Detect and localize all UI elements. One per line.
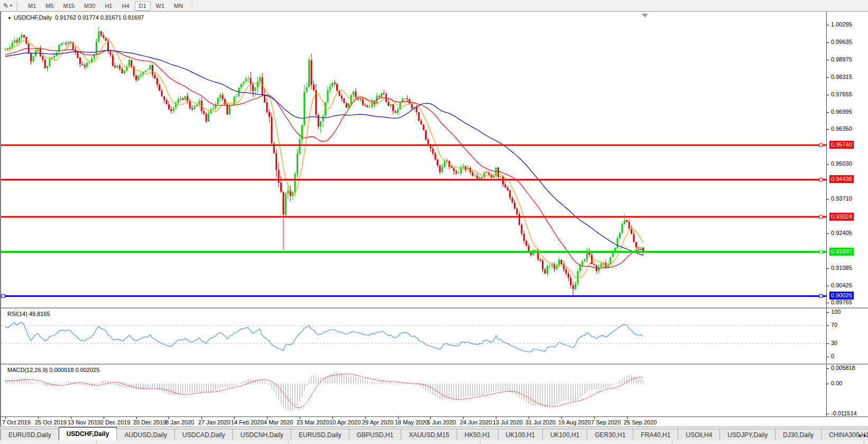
candle-body bbox=[601, 264, 602, 267]
pen-tool-dropdown-icon[interactable]: ▾ bbox=[10, 3, 12, 8]
candle-body bbox=[507, 188, 509, 191]
timeframe-button-mn[interactable]: MN bbox=[170, 1, 187, 11]
timeframe-button-m1[interactable]: M1 bbox=[24, 1, 40, 11]
candle-body bbox=[558, 260, 560, 265]
chart-tab-ger30-h1[interactable]: GER30,H1 bbox=[587, 429, 633, 441]
price-axis-tick: 0.96995 bbox=[831, 108, 852, 115]
candle-body bbox=[16, 40, 18, 42]
timeframe-button-h4[interactable]: H4 bbox=[117, 1, 133, 11]
date-axis-label: 24 Jun 2020 bbox=[460, 419, 492, 425]
chart-tab-hk50-h1[interactable]: HK50,H1 bbox=[457, 429, 498, 441]
chart-tab-gbpusd-h1[interactable]: GBPUSD,H1 bbox=[349, 429, 401, 441]
tabs-scroll-left-icon[interactable]: ◂ bbox=[858, 432, 861, 438]
price-axis[interactable]: 1.002950.996350.989750.983150.976550.969… bbox=[826, 12, 868, 307]
chart-tab-eurusd-daily[interactable]: EURUSD,Daily bbox=[291, 429, 349, 441]
candle-body bbox=[254, 87, 256, 90]
rsi-plot[interactable] bbox=[1, 309, 826, 364]
candle-body bbox=[213, 108, 214, 110]
chart-tab-uk100-h1[interactable]: UK100,H1 bbox=[498, 429, 543, 441]
timeframe-button-m5[interactable]: M5 bbox=[41, 1, 58, 11]
date-axis[interactable]: 7 Oct 201925 Oct 201913 Nov 20192 Dec 20… bbox=[1, 416, 868, 427]
candle-body bbox=[89, 62, 90, 63]
candle-body bbox=[269, 112, 270, 117]
rsi-panel[interactable]: RSI(14) 49.8165 10070300 bbox=[1, 307, 868, 364]
date-axis-label: 7 Oct 2019 bbox=[2, 419, 31, 425]
macd-plot[interactable] bbox=[1, 365, 826, 418]
candle-body bbox=[371, 102, 373, 107]
candle-body bbox=[423, 124, 424, 130]
tabs-scroll-right-icon[interactable]: ▸ bbox=[864, 432, 866, 438]
candle-body bbox=[86, 63, 88, 67]
chart-tab-eurusd-daily[interactable]: EURUSD,Daily bbox=[1, 429, 59, 441]
candle-body bbox=[145, 70, 146, 72]
hline-handle[interactable] bbox=[819, 178, 823, 181]
chart-tab-fra40-h1[interactable]: FRA40,H1 bbox=[633, 429, 678, 441]
candle-body bbox=[547, 266, 548, 274]
candle-body bbox=[612, 253, 614, 257]
price-axis-tick: 0.98975 bbox=[831, 56, 852, 62]
chart-tab-usdjpy-daily[interactable]: USDJPY,Daily bbox=[719, 429, 775, 441]
tabs-container: EURUSD,DailyUSDCHF,DailyAUDUSD,DailyUSDC… bbox=[1, 427, 868, 441]
candle-body bbox=[381, 93, 382, 97]
candle-body bbox=[122, 69, 123, 74]
hline-handle[interactable] bbox=[819, 250, 823, 253]
candle-body bbox=[152, 65, 153, 75]
candle-body bbox=[336, 84, 338, 91]
price-tick-mark bbox=[827, 268, 829, 269]
chart-tab-audusd-daily[interactable]: AUDUSD,Daily bbox=[116, 429, 175, 441]
candle-body bbox=[318, 115, 319, 127]
timeframe-button-m30[interactable]: M30 bbox=[80, 1, 99, 11]
candle-body bbox=[47, 66, 48, 69]
candle-body bbox=[617, 238, 618, 248]
rsi-line bbox=[5, 322, 643, 352]
candle-body bbox=[72, 43, 74, 50]
candle-body bbox=[166, 100, 168, 105]
candle-body bbox=[250, 78, 252, 85]
chart-tab-uk100-h1[interactable]: UK100,H1 bbox=[542, 429, 587, 441]
candle-body bbox=[203, 111, 205, 114]
chart-dropdown-icon[interactable]: ▼ bbox=[7, 16, 12, 21]
timeframe-button-m15[interactable]: M15 bbox=[59, 1, 79, 11]
chart-tab-usoil-h4[interactable]: USOil,H4 bbox=[678, 429, 720, 441]
chart-tab-usdcad-daily[interactable]: USDCAD,Daily bbox=[174, 429, 233, 441]
ohlc-close: 0.91697 bbox=[123, 14, 144, 21]
macd-panel[interactable]: MACD(12,26,9) 0.000918 0.002025 0.005818… bbox=[1, 364, 868, 418]
price-chart-panel[interactable]: ▼USDCHF,Daily 0.91762 0.91774 0.91671 0.… bbox=[1, 11, 868, 307]
timeframe-button-d1[interactable]: D1 bbox=[135, 1, 151, 11]
price-tick-mark bbox=[827, 42, 829, 43]
macd-tick-mark bbox=[827, 368, 829, 369]
chart-tab-xauusd-m15[interactable]: XAUUSD,M15 bbox=[401, 429, 457, 441]
candle-body bbox=[390, 104, 392, 106]
timeframe-button-h1[interactable]: H1 bbox=[100, 1, 116, 11]
candle-body bbox=[626, 220, 627, 222]
price-axis-tick: 0.96350 bbox=[831, 125, 852, 132]
candle-body bbox=[383, 93, 385, 94]
hline-handle[interactable] bbox=[819, 143, 823, 147]
hline-handle[interactable] bbox=[2, 294, 5, 297]
candle-body bbox=[206, 114, 207, 122]
candle-body bbox=[173, 107, 174, 111]
chart-tab-usdchf-daily[interactable]: USDCHF,Daily bbox=[59, 427, 117, 441]
date-axis-label: 2 Dec 2019 bbox=[100, 419, 130, 425]
chart-tab-usdcnh-daily[interactable]: USDCNH,Daily bbox=[233, 429, 291, 441]
pen-tool-icon[interactable]: ✎ bbox=[2, 2, 10, 10]
price-axis-tick: 0.95030 bbox=[831, 160, 852, 167]
price-axis-tick: 0.92405 bbox=[831, 230, 852, 236]
candle-body bbox=[486, 173, 487, 173]
candlestick-chart[interactable] bbox=[1, 12, 826, 307]
hline-handle[interactable] bbox=[819, 294, 823, 297]
hline-handle[interactable] bbox=[819, 215, 823, 219]
candle-body bbox=[196, 105, 198, 106]
candle-body bbox=[133, 67, 135, 76]
candle-body bbox=[407, 98, 408, 99]
ohlc-open: 0.91762 bbox=[55, 14, 76, 21]
macd-tick-mark bbox=[827, 384, 829, 384]
chart-shift-marker-icon[interactable] bbox=[642, 14, 648, 17]
candle-body bbox=[540, 259, 541, 260]
candle-body bbox=[320, 121, 321, 127]
candle-body bbox=[329, 87, 331, 90]
timeframe-button-w1[interactable]: W1 bbox=[152, 1, 169, 11]
date-axis-label: 14 Feb 2020 bbox=[231, 419, 264, 425]
chart-tab-dj30-daily[interactable]: DJ30,Daily bbox=[775, 429, 821, 441]
date-axis-label: 29 Apr 2020 bbox=[362, 419, 393, 425]
